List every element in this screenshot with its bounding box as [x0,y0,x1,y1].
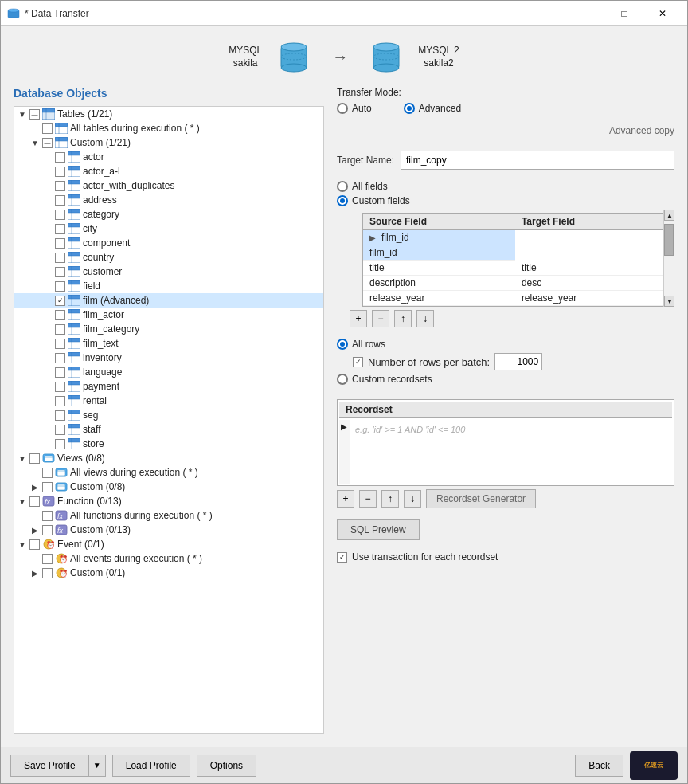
tree-item-customer[interactable]: customer [14,265,323,279]
checkbox-actor-al[interactable] [55,167,65,177]
checkbox-batch[interactable] [353,357,363,367]
tree-item-city[interactable]: city [14,221,323,236]
tree-container[interactable]: ▼ Tables (1/21) [14,106,324,734]
checkbox-country[interactable] [55,253,65,263]
tree-item-all-functions[interactable]: fx All functions during execution ( * ) [14,508,323,523]
checkbox-custom-tables[interactable] [42,138,53,148]
checkbox-all-views[interactable] [42,468,53,478]
expand-tables-icon[interactable]: ▼ [18,109,27,119]
tree-item-all-tables[interactable]: All tables during execution ( * ) [14,121,323,135]
tree-item-custom-views[interactable]: ▶ Custom (0/8) [14,480,323,494]
tree-item-country[interactable]: country [14,250,323,265]
custom-fields-option[interactable]: Custom fields [337,195,674,206]
tree-item-all-views[interactable]: All views during execution ( * ) [14,465,323,480]
load-profile-btn[interactable]: Load Profile [112,755,190,777]
expand-custom-views-icon[interactable]: ▶ [30,482,40,492]
tree-item-payment[interactable]: payment [14,379,323,394]
tree-item-all-events[interactable]: ⏰ All events during execution ( * ) [14,551,323,566]
checkbox-all-tables[interactable] [42,123,53,134]
checkbox-city[interactable] [55,224,65,234]
radio-all-rows-btn[interactable] [337,339,348,350]
checkbox-customer[interactable] [55,267,65,277]
tree-item-language[interactable]: language [14,365,323,379]
options-btn[interactable]: Options [197,755,256,777]
batch-input[interactable] [494,353,542,370]
tree-item-inventory[interactable]: inventory [14,351,323,365]
sql-preview-btn[interactable]: SQL Preview [337,519,420,540]
expand-custom-icon[interactable]: ▼ [30,138,40,147]
checkbox-views[interactable] [29,453,40,464]
tree-item-function[interactable]: ▼ fx Function (0/13) [14,494,323,508]
checkbox-custom-events[interactable] [42,568,53,578]
checkbox-payment[interactable] [55,382,65,392]
radio-custom-recordsets-btn[interactable] [337,374,348,385]
checkbox-address[interactable] [55,195,65,206]
save-profile-dropdown-btn[interactable]: ▼ [88,755,106,777]
checkbox-inventory[interactable] [55,353,65,363]
radio-auto-btn[interactable] [337,103,348,114]
checkbox-all-functions[interactable] [42,511,53,521]
checkbox-rental[interactable] [55,396,65,406]
tree-item-seg[interactable]: seg [14,408,323,422]
tree-item-store[interactable]: store [14,437,323,451]
recordset-up-btn[interactable]: ↑ [381,490,399,508]
expand-custom-functions-icon[interactable]: ▶ [30,525,40,535]
maximize-button[interactable]: □ [606,1,643,26]
tree-item-rental[interactable]: rental [14,394,323,408]
checkbox-all-events[interactable] [42,554,53,564]
close-button[interactable]: ✕ [644,1,681,26]
minimize-button[interactable]: ─ [568,1,604,26]
tree-item-event[interactable]: ▼ ⏰ Event (0/1) [14,537,323,551]
custom-recordsets-option[interactable]: Custom recordsets [337,374,674,385]
tree-item-custom-events[interactable]: ▶ ⏰ Custom (0/1) [14,566,323,580]
fields-remove-btn[interactable]: − [372,310,389,327]
checkbox-seg[interactable] [55,410,65,421]
tree-item-staff[interactable]: staff [14,422,323,437]
recordset-add-btn[interactable]: + [337,490,354,508]
fields-up-btn[interactable]: ↑ [394,310,412,327]
tree-item-custom-functions[interactable]: ▶ fx Custom (0/13) [14,523,323,537]
all-fields-option[interactable]: All fields [337,181,674,192]
expand-event-icon[interactable]: ▼ [18,539,27,549]
checkbox-field[interactable] [55,281,65,292]
fields-add-btn[interactable]: + [350,310,367,327]
scrollbar-down-btn[interactable]: ▼ [664,296,674,307]
checkbox-film-advanced[interactable] [55,296,65,306]
checkbox-language[interactable] [55,367,65,378]
tree-item-custom-tables[interactable]: ▼ Custom (1/21) [14,135,323,150]
checkbox-actor[interactable] [55,152,65,163]
checkbox-film-category[interactable] [55,324,65,335]
scrollbar-up-btn[interactable]: ▲ [664,210,674,221]
radio-auto-option[interactable]: Auto [337,103,372,114]
field-row-release-year[interactable]: release_year release_year [363,291,663,306]
save-profile-btn[interactable]: Save Profile [10,755,88,777]
checkbox-custom-views[interactable] [42,482,53,492]
radio-all-fields-btn[interactable] [337,181,348,192]
expand-custom-events-icon[interactable]: ▶ [30,568,40,578]
checkbox-store[interactable] [55,439,65,449]
checkbox-tables[interactable] [29,109,40,120]
scrollbar-thumb[interactable] [664,224,674,256]
checkbox-event[interactable] [29,539,40,550]
checkbox-function[interactable] [29,496,40,507]
checkbox-staff[interactable] [55,425,65,435]
tree-item-actor[interactable]: actor [14,150,323,164]
tree-item-category[interactable]: category [14,207,323,221]
recordset-input-cell[interactable]: e.g. 'id' >= 1 AND 'id' <= 100 [352,420,672,484]
tree-item-address[interactable]: address [14,193,323,207]
tree-item-actor-dup[interactable]: actor_with_duplicates [14,178,323,193]
checkbox-component[interactable] [55,238,65,249]
expand-views-icon[interactable]: ▼ [18,453,27,463]
field-row-description[interactable]: description desc [363,276,663,291]
expand-function-icon[interactable]: ▼ [18,496,27,506]
tree-item-tables[interactable]: ▼ Tables (1/21) [14,107,323,121]
checkbox-film-actor[interactable] [55,310,65,320]
radio-custom-fields-btn[interactable] [337,195,348,206]
recordset-down-btn[interactable]: ↓ [404,490,421,508]
field-row-film-id[interactable]: ▶film_id film_id [363,230,663,261]
radio-advanced-option[interactable]: Advanced [404,103,461,114]
tree-item-film-advanced[interactable]: film (Advanced) [14,293,323,308]
tree-item-field[interactable]: field [14,279,323,293]
back-btn[interactable]: Back [575,755,624,777]
fields-down-btn[interactable]: ↓ [416,310,434,327]
